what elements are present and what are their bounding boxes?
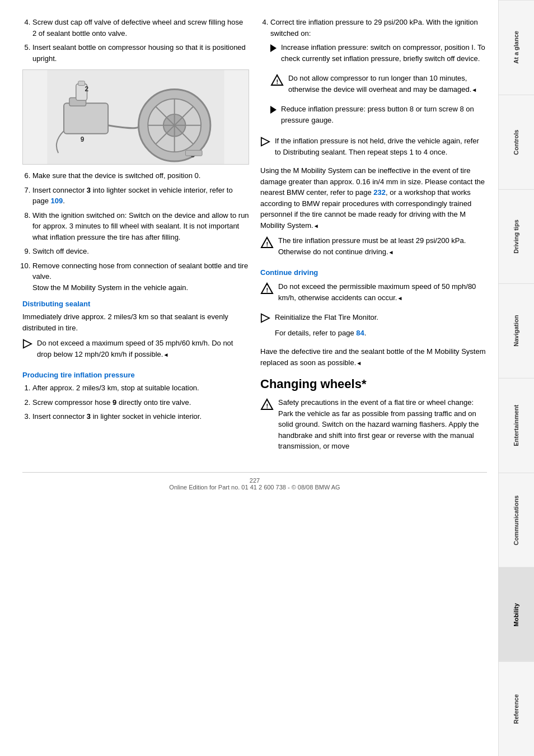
continue-driving-heading: Continue driving xyxy=(260,268,487,277)
warning-icon-3: ! xyxy=(260,282,274,296)
sidebar-tab-driving-tips[interactable]: Driving tips xyxy=(499,189,534,284)
svg-text:2: 2 xyxy=(85,85,89,93)
warning-1-text: Do not allow compressor to run longer th… xyxy=(288,73,487,95)
arrow-right-icon-2 xyxy=(270,106,277,114)
svg-marker-24 xyxy=(261,314,269,322)
compressor-image: 2 9 3 xyxy=(22,69,249,165)
sidebar: At a glance Controls Driving tips Naviga… xyxy=(498,0,534,756)
warning-3-text: Do not exceed the permissible maximum sp… xyxy=(278,281,487,303)
svg-text:!: ! xyxy=(266,287,269,293)
have-defective-text: Have the defective tire and the sealant … xyxy=(260,346,487,368)
reduce-text: Reduce inflation pressure: press button … xyxy=(281,104,487,125)
changing-wheels-heading: Changing wheels* xyxy=(260,377,487,391)
svg-text:!: ! xyxy=(266,403,269,409)
sidebar-tab-communications[interactable]: Communications xyxy=(499,473,534,567)
footer: 227 Online Edition for Part no. 01 41 2 … xyxy=(22,472,487,495)
reinitialize-text-group: Reinitialize the Flat Tire Monitor. For … xyxy=(275,312,378,343)
safety-text: Safety precautions in the event of a fla… xyxy=(278,397,487,452)
sidebar-tab-at-a-glance[interactable]: At a glance xyxy=(499,0,534,95)
if-pressure-text: If the inflation pressure is not held, d… xyxy=(275,136,487,157)
distributing-note-box: Do not exceed a maximum speed of 35 mph/… xyxy=(22,338,249,364)
reinitialize-text: Reinitialize the Flat Tire Monitor. xyxy=(275,312,378,323)
svg-text:!: ! xyxy=(277,78,279,85)
svg-rect-8 xyxy=(64,103,108,133)
reinitialize-box: Reinitialize the Flat Tire Monitor. For … xyxy=(260,312,487,343)
increase-text: Increase inflation pressure: switch on c… xyxy=(281,42,487,64)
footer-text: Online Edition for Part no. 01 41 2 600 … xyxy=(169,484,340,491)
safety-box: ! Safety precautions in the event of a f… xyxy=(260,397,487,456)
svg-rect-15 xyxy=(185,150,202,156)
svg-marker-16 xyxy=(24,340,31,348)
arrow-right-icon xyxy=(270,44,277,52)
sidebar-tab-reference[interactable]: Reference xyxy=(499,661,534,756)
page-number: 227 xyxy=(250,477,260,484)
warning-icon: ! xyxy=(270,74,284,87)
left-column: Screw dust cap off valve of defective wh… xyxy=(22,17,249,461)
right-column: Correct tire inflation pressure to 29 ps… xyxy=(260,17,487,461)
warning-2-box: ! The tire inflation pressure must be at… xyxy=(260,235,487,262)
svg-rect-11 xyxy=(78,81,85,86)
step-9: Switch off device. xyxy=(32,246,249,257)
for-details-text: For details, refer to page 84. xyxy=(275,328,378,339)
step-5: Insert sealant bottle on compressor hous… xyxy=(32,42,249,64)
warning-2-text: The tire inflation pressure must be at l… xyxy=(278,235,487,257)
play-outline-icon xyxy=(260,137,270,147)
if-pressure-box: If the inflation pressure is not held, d… xyxy=(260,136,487,162)
distributing-heading: Distributing sealant xyxy=(22,300,249,308)
step-7: Insert connector 3 into lighter socket i… xyxy=(32,185,249,207)
step-10: Remove connecting hose from connection o… xyxy=(32,260,249,293)
producing-step-2: Screw compressor hose 9 directly onto ti… xyxy=(32,397,249,408)
producing-heading: Producing tire inflation pressure xyxy=(22,371,249,379)
play-icon xyxy=(22,339,32,349)
sidebar-tab-navigation[interactable]: Navigation xyxy=(499,283,534,378)
sidebar-tab-mobility[interactable]: Mobility xyxy=(499,567,534,662)
step-6: Make sure that the device is switched of… xyxy=(32,170,249,181)
page-232-link[interactable]: 232 xyxy=(373,188,386,197)
page-109-link[interactable]: 109 xyxy=(51,197,63,205)
warning-icon-4: ! xyxy=(260,398,274,412)
distributing-note-text: Do not exceed a maximum speed of 35 mph/… xyxy=(37,338,249,360)
play-outline-icon-2 xyxy=(260,313,270,323)
step-8: With the ignition switched on: Switch on… xyxy=(32,210,249,243)
svg-text:9: 9 xyxy=(81,136,85,143)
producing-step-3: Insert connector 3 in lighter socket in … xyxy=(32,411,249,422)
svg-marker-19 xyxy=(261,138,269,146)
sidebar-tab-entertainment[interactable]: Entertainment xyxy=(499,378,534,473)
page-84-link[interactable]: 84 xyxy=(356,329,364,337)
distributing-text: Immediately drive approx. 2 miles/3 km s… xyxy=(22,311,249,333)
producing-step-1: After approx. 2 miles/3 km, stop at suit… xyxy=(32,382,249,394)
increase-box: Increase inflation pressure: switch on c… xyxy=(270,42,487,68)
reduce-box: Reduce inflation pressure: press button … xyxy=(270,104,487,130)
warning-3-box: ! Do not exceed the permissible maximum … xyxy=(260,281,487,307)
svg-text:!: ! xyxy=(266,241,269,248)
sidebar-tab-controls[interactable]: Controls xyxy=(499,95,534,189)
warning-1-box: ! Do not allow compressor to run longer … xyxy=(270,73,487,99)
m-mobility-text: Using the M Mobility System can be ineff… xyxy=(260,165,487,231)
right-step-4: Correct tire inflation pressure to 29 ps… xyxy=(270,17,487,130)
step-4: Screw dust cap off valve of defective wh… xyxy=(32,17,249,39)
warning-icon-2: ! xyxy=(260,236,274,250)
